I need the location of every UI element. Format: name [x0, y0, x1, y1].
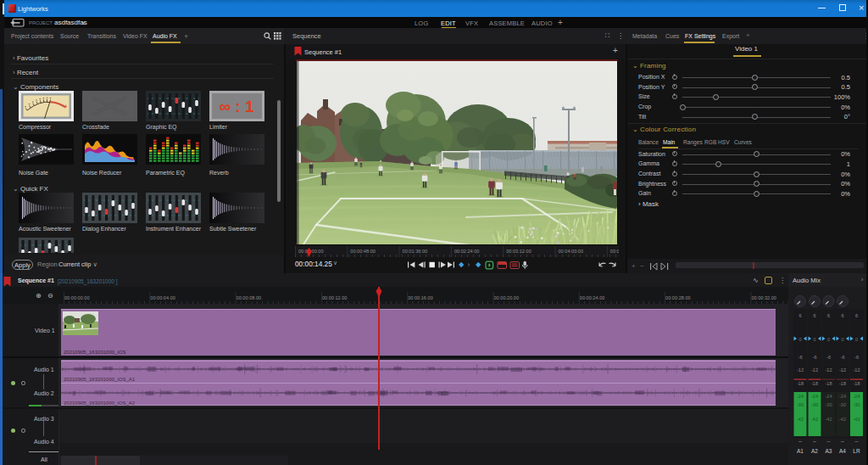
svg-text:-6: -6: [841, 355, 845, 360]
svg-text:-24: -24: [839, 394, 846, 399]
svg-text:-42: -42: [854, 417, 860, 422]
svg-text:A2: A2: [811, 448, 818, 454]
svg-text:-18: -18: [797, 381, 804, 386]
svg-text:-42: -42: [826, 417, 832, 422]
svg-text:-42: -42: [839, 417, 846, 422]
svg-text:-30: -30: [839, 402, 846, 407]
svg-text:0: 0: [798, 337, 801, 342]
svg-text:-12: -12: [839, 367, 846, 373]
svg-text:-42: -42: [811, 417, 818, 422]
svg-text:00:04:00:00: 00:04:00:00: [559, 249, 584, 254]
svg-text:A4: A4: [839, 448, 846, 454]
svg-text:-18: -18: [826, 381, 832, 386]
svg-text:-6: -6: [854, 355, 859, 360]
svg-text:-12: -12: [854, 367, 860, 373]
svg-text:00:03:12:00: 00:03:12:00: [506, 249, 531, 254]
svg-text:A1: A1: [797, 448, 804, 454]
svg-text:-30: -30: [811, 402, 818, 407]
svg-text:00:00:32.00: 00:00:32.00: [751, 295, 776, 300]
svg-text:00:00:00.00: 00:00:00.00: [64, 295, 90, 300]
svg-text:00:00:28.00: 00:00:28.00: [665, 295, 691, 300]
svg-text:-24: -24: [797, 394, 804, 399]
svg-text:-12: -12: [797, 367, 804, 373]
svg-text:-24: -24: [811, 394, 818, 399]
svg-text:00:00:08.00: 00:00:08.00: [236, 295, 262, 300]
svg-text:00:00:48:00: 00:00:48:00: [350, 249, 376, 254]
svg-text:-6: -6: [826, 355, 831, 360]
svg-text:-18: -18: [854, 381, 860, 386]
svg-text:0: 0: [827, 337, 830, 342]
svg-text:6: 6: [798, 313, 801, 318]
svg-text:-12: -12: [826, 367, 832, 373]
svg-text:6: 6: [827, 313, 830, 318]
svg-text:-30: -30: [854, 402, 860, 407]
svg-text:-24: -24: [826, 394, 832, 399]
svg-text:00:02:24:00: 00:02:24:00: [454, 249, 480, 254]
svg-text:-6: -6: [813, 355, 817, 360]
svg-text:∞ : 1: ∞ : 1: [220, 98, 254, 115]
svg-text:LR: LR: [853, 448, 860, 454]
svg-text:0: 0: [841, 337, 843, 342]
svg-text:00:04:48:00: 00:04:48:00: [610, 249, 619, 254]
svg-text:-30: -30: [826, 402, 832, 407]
svg-text:-18: -18: [839, 381, 846, 386]
svg-text:-42: -42: [797, 417, 804, 422]
svg-text:6: 6: [841, 313, 843, 318]
svg-text:00:01:36:00: 00:01:36:00: [403, 249, 428, 254]
svg-text:00:00:24.00: 00:00:24.00: [580, 295, 605, 300]
svg-text:-12: -12: [811, 367, 818, 373]
svg-text:00:00:12.00: 00:00:12.00: [322, 295, 348, 300]
svg-text:6: 6: [813, 313, 815, 318]
svg-text:A3: A3: [826, 448, 832, 454]
svg-text:-18: -18: [811, 381, 818, 386]
svg-text:-30: -30: [797, 402, 804, 407]
svg-text:00:00:20.00: 00:00:20.00: [494, 295, 520, 300]
svg-text:6: 6: [855, 313, 858, 318]
svg-text:-6: -6: [798, 355, 803, 360]
svg-text:0: 0: [855, 337, 858, 342]
svg-text:-24: -24: [854, 394, 860, 399]
svg-text:00:00:04.00: 00:00:04.00: [150, 295, 175, 300]
svg-text:0: 0: [813, 337, 815, 342]
svg-text:00:00:16.00: 00:00:16.00: [408, 295, 433, 300]
